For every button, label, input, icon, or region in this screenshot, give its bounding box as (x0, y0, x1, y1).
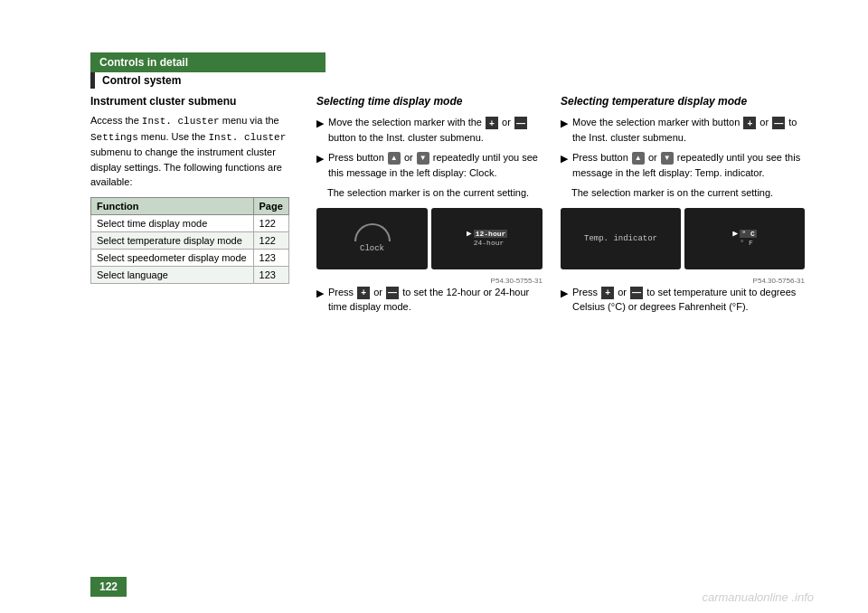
temp-selection-note: The selection marker is on the current s… (561, 185, 805, 201)
time-bullet-3: ▶ Press + or — to set the 12-hour or 24-… (316, 285, 542, 315)
mono-24hour: 24-hour (495, 287, 529, 297)
clock-arc (354, 223, 391, 241)
temp-selection-bar: ° C (732, 230, 756, 238)
option-celsius: ° C (740, 230, 756, 238)
function-table: Function Page Select time display mode 1… (90, 197, 289, 284)
time-img-caption: P54.30-5755-31 (316, 277, 542, 285)
header-title: Controls in detail (99, 56, 188, 69)
instrument-cluster-heading: Instrument cluster submenu (90, 95, 289, 108)
temp-bullet-1: ▶ Move the selection marker with button … (561, 115, 805, 145)
clock-image-left: Clock (316, 208, 428, 269)
option-24hour: 24-hour (467, 239, 505, 247)
temp-sel-marker (732, 231, 738, 237)
time-bullet-3-text: Press + or — to set the 12-hour or 24-ho… (328, 285, 542, 315)
page: Controls in detail Control system Instru… (0, 0, 868, 613)
temp-img-caption: P54.30-5756-31 (561, 277, 805, 285)
time-bullet-1-text: Move the selection marker with the + or … (328, 115, 542, 145)
bullet-arrow-3: ▶ (316, 286, 324, 301)
temp-bullet-3-text: Press + or — to set temperature unit to … (572, 285, 805, 315)
temp-bullet-2: ▶ Press button ▲ or ▼ repeatedly until y… (561, 150, 805, 180)
table-cell-func: Select speedometer display mode (91, 249, 254, 266)
table-cell-page: 122 (253, 214, 288, 231)
mono-inst-cluster-mid: Inst. cluster (386, 132, 437, 143)
temp-bullet-1-text: Move the selection marker with button + … (572, 115, 805, 145)
temp-up-icon: ▲ (632, 152, 645, 165)
temp-plus-icon: + (743, 117, 756, 129)
table-row: Select time display mode 122 (91, 214, 289, 231)
time-bullet-2-text: Press button ▲ or ▼ repeatedly until you… (328, 150, 542, 180)
mono-inst-cluster: Inst. cluster (142, 116, 220, 127)
mono-inst-cluster-right: Inst. cluster (589, 132, 639, 143)
page-number: 122 (90, 577, 127, 597)
temp-minus-icon: — (772, 117, 785, 129)
left-column: Instrument cluster submenu Access the In… (90, 95, 307, 559)
mono-inst-cluster2: Inst. cluster (208, 132, 286, 143)
right-column: Selecting temperature display mode ▶ Mov… (552, 95, 814, 559)
time-image-row: Clock 12-hour 24-hour (316, 208, 542, 269)
temp-minus-btn-3: — (630, 287, 643, 299)
sub-header: Control system (90, 72, 326, 89)
table-cell-page: 123 (253, 249, 288, 266)
table-row: Select language 123 (91, 266, 289, 283)
sub-header-title: Control system (102, 74, 181, 87)
mono-12hour: 12-hour (446, 287, 480, 297)
down-button-icon: ▼ (417, 152, 429, 165)
temp-display-title: Selecting temperature display mode (561, 95, 805, 108)
time-bullet-2: ▶ Press button ▲ or ▼ repeatedly until y… (316, 150, 542, 180)
mono-clock: Clock (469, 167, 495, 178)
option-12hour: 12-hour (474, 230, 508, 238)
temp-img-label: Temp. indicator (584, 234, 657, 243)
clock-img-label: Clock (360, 244, 384, 253)
time-bullet-1: ▶ Move the selection marker with the + o… (316, 115, 542, 145)
temp-plus-btn-3: + (601, 287, 614, 299)
time-display-title: Selecting time display mode (316, 95, 542, 108)
table-col-function: Function (91, 197, 254, 214)
mono-settings: Settings (90, 132, 138, 143)
mono-temp-indicator: Temp. indicator (695, 167, 762, 178)
header-bar: Controls in detail (90, 52, 326, 72)
table-row: Select speedometer display mode 123 (91, 249, 289, 266)
minus-btn-3: — (386, 287, 399, 299)
bullet-arrow-2: ▶ (316, 151, 324, 166)
temp-bullet-arrow-2: ▶ (561, 151, 568, 166)
table-cell-page: 122 (253, 231, 288, 249)
minus-button-icon: — (514, 117, 527, 129)
table-row: Select temperature display mode 122 (91, 231, 289, 249)
plus-btn-3: + (357, 287, 370, 299)
up-button-icon: ▲ (388, 152, 401, 165)
table-cell-func: Select language (91, 266, 254, 283)
content-area: Instrument cluster submenu Access the In… (90, 95, 814, 559)
bullet-arrow-1: ▶ (316, 116, 324, 131)
plus-button-icon: + (486, 117, 498, 129)
temp-image-right: ° C ° F (684, 208, 805, 269)
temp-image-left: Temp. indicator (561, 208, 681, 269)
option-row: 12-hour 24-hour (467, 230, 508, 247)
temp-bullet-2-text: Press button ▲ or ▼ repeatedly until you… (572, 150, 805, 180)
temp-bullet-3: ▶ Press + or — to set temperature unit t… (561, 285, 805, 315)
table-cell-func: Select time display mode (91, 214, 254, 231)
sel-marker (467, 231, 472, 237)
watermark: carmanualonline .info (702, 590, 814, 604)
instrument-cluster-body: Access the Inst. cluster menu via the Se… (90, 113, 289, 190)
temp-bullet-arrow-3: ▶ (561, 286, 568, 301)
mono-celsius: °C (611, 301, 622, 312)
table-col-page: Page (253, 197, 288, 214)
table-cell-func: Select temperature display mode (91, 231, 254, 249)
temp-image-row: Temp. indicator ° C ° F (561, 208, 805, 269)
time-selection-note: The selection marker is on the current s… (316, 185, 542, 201)
temp-bullet-arrow-1: ▶ (561, 116, 568, 131)
selection-bar: 12-hour (467, 230, 508, 238)
mid-column: Selecting time display mode ▶ Move the s… (307, 95, 552, 559)
option-fahrenheit: ° F (732, 239, 752, 247)
mono-fahrenheit: °F (732, 301, 742, 312)
clock-image-right: 12-hour 24-hour (431, 208, 542, 269)
temp-option-row: ° C ° F (732, 230, 756, 247)
temp-down-icon: ▼ (661, 152, 674, 165)
table-cell-page: 123 (253, 266, 288, 283)
